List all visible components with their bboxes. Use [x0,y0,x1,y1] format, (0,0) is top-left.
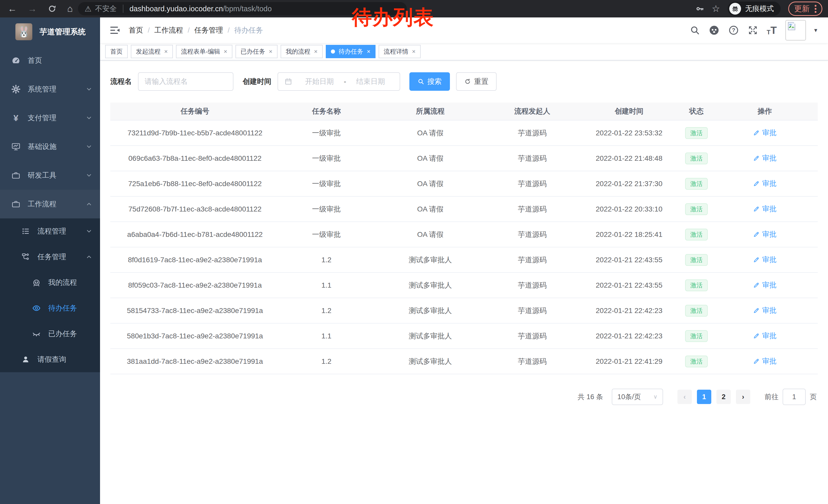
cell-task-id: 381aa1dd-7ac8-11ec-a9e2-a2380e71991a [110,357,280,366]
approve-link[interactable]: 审批 [753,128,777,138]
close-icon[interactable]: × [367,48,370,55]
tab-my-process[interactable]: 我的流程× [281,45,323,58]
sidebar-item-infra[interactable]: 基础设施 [0,132,100,161]
eye-closed-icon [31,329,42,338]
update-label: 更新 [794,4,810,14]
sidebar-item-leave-query[interactable]: 请假查询 [0,347,100,372]
bookmark-star-icon[interactable]: ☆ [712,4,720,13]
font-size-icon[interactable]: TT [767,25,777,35]
active-dot [331,49,335,54]
tab-todo-tasks[interactable]: 待办任务× [326,45,376,58]
cell-task-name: 1.1 [280,332,373,340]
sidebar-item-todo-tasks[interactable]: 待办任务 [0,295,100,321]
browser-menu-icon[interactable] [815,5,817,13]
end-date-placeholder[interactable]: 结束日期 [348,77,394,86]
process-name-input[interactable]: 请输入流程名 [138,72,234,91]
sidebar-item-label: 待办任务 [48,303,77,313]
sidebar-item-process-mgmt[interactable]: 流程管理 [0,218,100,244]
table-row: 580e1b3d-7ac8-11ec-a9e2-a2380e71991a 1.1… [110,324,818,349]
user-icon [20,355,31,364]
search-button[interactable]: 搜索 [409,72,450,91]
briefcase-icon [11,199,21,209]
avatar-caret-down-icon[interactable]: ▼ [813,28,818,33]
next-page-button[interactable]: › [736,390,750,404]
sidebar-item-workflow[interactable]: 工作流程 [0,190,100,218]
sidebar-item-devtools[interactable]: 研发工具 [0,161,100,190]
fullscreen-icon[interactable] [748,25,758,35]
sidebar-item-home[interactable]: 首页 [0,46,100,75]
github-icon[interactable] [709,25,719,36]
table-row: 725a1eb6-7b88-11ec-8ef0-acde48001122 一级审… [110,171,818,197]
cell-process: 测试多审批人 [373,357,487,366]
page-2-button[interactable]: 2 [716,390,731,404]
chevron-down-icon [86,143,92,150]
annotation-overlay: 待办列表 [352,4,434,31]
approve-link[interactable]: 审批 [753,331,777,341]
page-size-select[interactable]: 10条/页 ∨ [612,388,663,405]
reload-icon[interactable] [48,4,56,13]
forward-icon[interactable]: → [28,4,37,13]
chevron-down-icon [86,86,92,93]
approve-link[interactable]: 审批 [753,204,777,214]
approve-link[interactable]: 审批 [753,306,777,315]
col-status: 状态 [681,106,712,116]
approve-link[interactable]: 审批 [753,255,777,265]
cell-task-id: 725a1eb6-7b88-11ec-8ef0-acde48001122 [110,180,280,188]
close-icon[interactable]: × [164,48,168,55]
close-icon[interactable]: × [314,48,318,55]
tab-home[interactable]: 首页 [105,45,128,58]
cell-created: 2022-01-21 22:43:55 [577,281,681,289]
approve-link[interactable]: 审批 [753,280,777,290]
tab-done-tasks[interactable]: 已办任务× [236,45,278,58]
filter-form: 流程名 请输入流程名 创建时间 开始日期 - 结束日期 搜索 [110,72,818,91]
help-icon[interactable]: ? [728,25,739,36]
col-created: 创建时间 [577,106,681,116]
approve-link[interactable]: 审批 [753,179,777,188]
page-content: 流程名 请输入流程名 创建时间 开始日期 - 结束日期 搜索 [100,60,828,405]
cell-created: 2022-01-22 21:48:48 [577,154,681,163]
status-badge: 激活 [685,152,708,164]
tab-form-edit[interactable]: 流程表单-编辑× [176,45,233,58]
cell-process: 测试多审批人 [373,280,487,290]
back-icon[interactable]: ← [8,4,17,13]
date-range-input[interactable]: 开始日期 - 结束日期 [278,72,400,91]
logo-row[interactable]: 🐰 芋道管理系统 [0,17,100,46]
home-icon[interactable]: ⌂ [67,4,73,13]
sidebar-item-task-mgmt[interactable]: 任务管理 [0,244,100,270]
incognito-badge: 无痕模式 [728,2,781,16]
tab-process-detail[interactable]: 流程详情× [379,45,421,58]
approve-link[interactable]: 审批 [753,356,777,366]
prev-page-button[interactable]: ‹ [677,390,692,404]
browser-right-controls: ☆ 无痕模式 更新 [696,2,828,16]
close-icon[interactable]: × [412,48,416,55]
sidebar-item-payment[interactable]: ¥ 支付管理 [0,103,100,132]
reset-button[interactable]: 重置 [456,72,497,91]
key-icon[interactable] [696,5,704,13]
tab-start-process[interactable]: 发起流程× [131,45,173,58]
sidebar-item-done-tasks[interactable]: 已办任务 [0,321,100,347]
search-icon[interactable] [690,25,700,35]
breadcrumb-home[interactable]: 首页 [129,26,143,35]
breadcrumb-current: 待办任务 [234,26,263,35]
sidebar-item-system[interactable]: 系统管理 [0,75,100,103]
close-icon[interactable]: × [269,48,273,55]
hamburger-icon[interactable] [110,26,120,35]
top-navbar: 首页 / 工作流程 / 任务管理 / 待办任务 ? [100,17,828,43]
goto-page-input[interactable]: 1 [783,388,806,405]
approve-link[interactable]: 审批 [753,153,777,163]
sidebar-item-label: 研发工具 [28,171,56,180]
cell-created: 2022-01-21 22:42:23 [577,307,681,315]
start-date-placeholder[interactable]: 开始日期 [296,77,342,86]
cell-task-id: 580e1b3d-7ac8-11ec-a9e2-a2380e71991a [110,332,280,340]
sidebar-item-my-process[interactable]: 我的流程 [0,270,100,295]
approve-link[interactable]: 审批 [753,229,777,239]
cell-starter: 芋道源码 [487,204,577,214]
edit-pen-icon [753,358,760,365]
update-button[interactable]: 更新 [788,2,822,16]
avatar[interactable] [785,20,806,41]
dashboard-icon [11,56,21,65]
cell-process: 测试多审批人 [373,331,487,341]
cell-process: OA 请假 [373,204,487,214]
close-icon[interactable]: × [224,48,227,55]
page-1-button[interactable]: 1 [697,390,711,404]
